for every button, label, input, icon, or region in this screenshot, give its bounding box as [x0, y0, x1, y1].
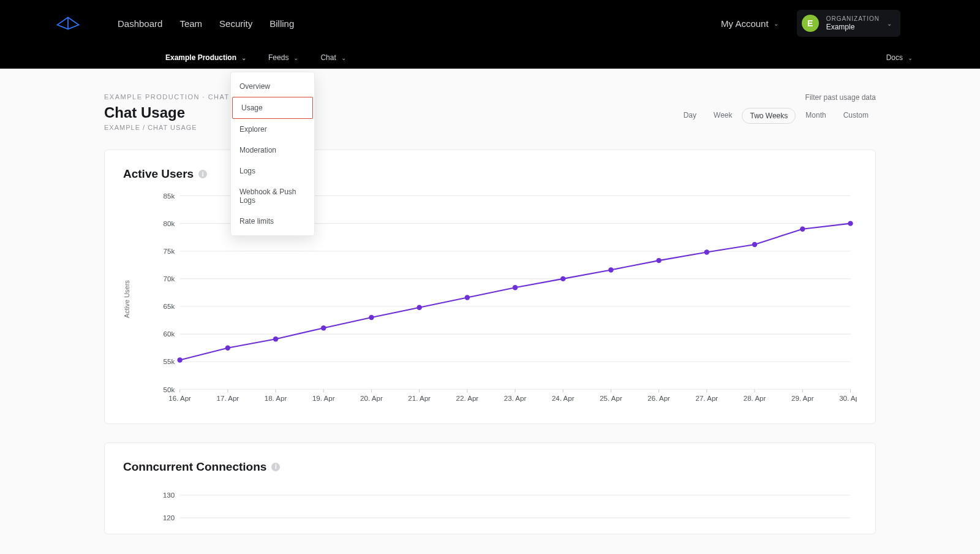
org-avatar: E — [802, 15, 819, 32]
svg-text:16. Apr: 16. Apr — [168, 395, 191, 402]
my-account-label: My Account — [721, 18, 769, 29]
svg-text:19. Apr: 19. Apr — [312, 395, 335, 402]
dropdown-item[interactable]: Overview — [231, 76, 314, 97]
svg-text:80k: 80k — [164, 220, 175, 227]
subnav-label: Docs — [886, 53, 903, 62]
svg-point-16 — [177, 357, 182, 362]
page-content: OverviewUsageExplorerModerationLogsWebho… — [98, 69, 882, 554]
nav-dashboard[interactable]: Dashboard — [118, 18, 162, 29]
svg-point-18 — [273, 336, 278, 341]
project-selector[interactable]: Example Production ⌄ — [165, 53, 246, 62]
svg-text:29. Apr: 29. Apr — [791, 395, 814, 402]
subnav-feeds[interactable]: Feeds ⌄ — [268, 53, 298, 62]
dropdown-item[interactable]: Explorer — [231, 119, 314, 140]
dropdown-item[interactable]: Logs — [231, 161, 314, 181]
y-axis-label: Active Users — [123, 280, 130, 318]
filter-option[interactable]: Week — [706, 108, 739, 124]
filter-segmented: DayWeekTwo WeeksMonthCustom — [676, 108, 876, 124]
breadcrumb-top: EXAMPLE PRODUCTION · CHAT — [104, 93, 230, 101]
card-title-label: Active Users — [123, 167, 194, 181]
dropdown-item[interactable]: Usage — [232, 97, 313, 119]
sub-nav: Example Production ⌄ Feeds ⌄ Chat ⌄ Docs… — [0, 47, 980, 69]
svg-point-21 — [417, 305, 421, 310]
subnav-chat[interactable]: Chat ⌄ — [320, 53, 345, 62]
filter-block: Filter past usage data DayWeekTwo WeeksM… — [676, 93, 876, 124]
svg-text:24. Apr: 24. Apr — [552, 395, 575, 402]
svg-text:55k: 55k — [164, 358, 175, 365]
svg-text:18. Apr: 18. Apr — [265, 395, 287, 402]
org-heading: ORGANIZATION — [826, 15, 880, 22]
filter-option[interactable]: Month — [798, 108, 833, 124]
org-switcher[interactable]: E ORGANIZATION Example ⌄ — [797, 10, 900, 37]
svg-point-19 — [321, 325, 326, 330]
active-users-card: Active Users i Active Users 50k55k60k65k… — [104, 150, 876, 424]
svg-point-17 — [225, 345, 230, 350]
svg-text:28. Apr: 28. Apr — [744, 395, 766, 402]
info-icon[interactable]: i — [271, 463, 280, 471]
subnav-docs[interactable]: Docs ⌄ — [886, 53, 913, 62]
info-icon[interactable]: i — [198, 170, 207, 178]
chat-dropdown-menu: OverviewUsageExplorerModerationLogsWebho… — [230, 72, 315, 236]
svg-point-28 — [752, 242, 757, 247]
nav-billing[interactable]: Billing — [270, 18, 294, 29]
subnav-label: Feeds — [268, 53, 288, 62]
dropdown-item[interactable]: Moderation — [231, 140, 314, 161]
dropdown-item[interactable]: Rate limits — [231, 211, 314, 232]
svg-point-27 — [704, 249, 709, 254]
org-name: Example — [826, 23, 855, 31]
chevron-down-icon: ⌄ — [774, 20, 778, 27]
svg-text:130: 130 — [163, 491, 175, 499]
nav-security[interactable]: Security — [219, 18, 252, 29]
top-nav: Dashboard Team Security Billing My Accou… — [0, 0, 980, 47]
svg-text:85k: 85k — [164, 192, 175, 200]
dropdown-item[interactable]: Webhook & Push Logs — [231, 181, 314, 211]
svg-text:75k: 75k — [164, 248, 175, 255]
chevron-down-icon: ⌄ — [887, 20, 892, 27]
page-title: Chat Usage — [104, 104, 230, 121]
svg-text:25. Apr: 25. Apr — [600, 395, 622, 402]
svg-text:20. Apr: 20. Apr — [360, 395, 383, 402]
svg-text:17. Apr: 17. Apr — [217, 395, 239, 402]
svg-point-22 — [465, 295, 470, 300]
svg-text:65k: 65k — [164, 303, 175, 310]
svg-text:26. Apr: 26. Apr — [647, 395, 670, 402]
my-account-menu[interactable]: My Account ⌄ — [721, 18, 778, 29]
chevron-down-icon: ⌄ — [241, 55, 246, 61]
primary-nav: Dashboard Team Security Billing — [118, 18, 294, 29]
concurrent-connections-card: Conncurrent Connections i 130120 — [104, 442, 876, 534]
svg-point-24 — [560, 276, 565, 281]
svg-point-29 — [800, 226, 805, 231]
chevron-down-icon: ⌄ — [293, 55, 298, 61]
svg-text:27. Apr: 27. Apr — [696, 395, 718, 402]
svg-point-23 — [513, 285, 518, 290]
chevron-down-icon: ⌄ — [341, 55, 346, 61]
svg-point-26 — [656, 258, 661, 263]
svg-text:21. Apr: 21. Apr — [408, 395, 431, 402]
svg-text:50k: 50k — [164, 386, 175, 393]
svg-text:60k: 60k — [164, 330, 175, 338]
filter-option[interactable]: Two Weeks — [742, 108, 796, 124]
nav-team[interactable]: Team — [179, 18, 202, 29]
svg-point-25 — [608, 267, 613, 272]
filter-label: Filter past usage data — [676, 93, 876, 102]
svg-text:70k: 70k — [164, 275, 175, 283]
svg-text:22. Apr: 22. Apr — [456, 395, 479, 402]
svg-point-20 — [369, 315, 374, 320]
project-name: Example Production — [165, 53, 236, 62]
svg-text:30. Apr: 30. Apr — [839, 395, 857, 402]
card-title-label: Conncurrent Connections — [123, 460, 266, 474]
chevron-down-icon: ⌄ — [908, 55, 913, 61]
filter-option[interactable]: Day — [676, 108, 704, 124]
svg-text:120: 120 — [163, 514, 175, 522]
subnav-label: Chat — [320, 53, 336, 62]
concurrent-chart: 130120 — [123, 482, 857, 528]
logo-icon[interactable] — [55, 15, 81, 32]
svg-point-30 — [848, 221, 853, 226]
svg-text:23. Apr: 23. Apr — [504, 395, 527, 402]
filter-option[interactable]: Custom — [836, 108, 876, 124]
breadcrumb-bottom: EXAMPLE / CHAT USAGE — [104, 124, 230, 131]
